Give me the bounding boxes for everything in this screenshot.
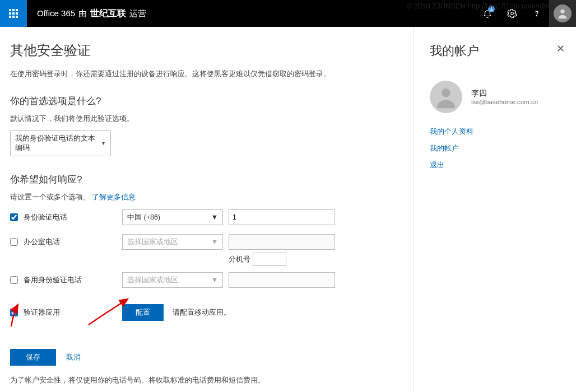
- extension-input[interactable]: [253, 253, 286, 266]
- backup-phone-input[interactable]: [229, 272, 335, 288]
- my-account-link[interactable]: 我的帐户: [430, 143, 564, 153]
- auth-phone-checkbox[interactable]: [10, 213, 18, 221]
- user-email: lisi@basehome.com.cn: [471, 99, 538, 105]
- authenticator-checkbox[interactable]: [10, 309, 18, 316]
- page-description: 在使用密码登录时，你还需要通过注册的设备进行响应。这将使黑客更难以仅凭借窃取的密…: [10, 69, 402, 79]
- auth-phone-input[interactable]: [229, 209, 335, 225]
- chevron-down-icon: ▼: [211, 238, 218, 246]
- office-phone-label: 办公室电话: [24, 237, 60, 247]
- backup-phone-checkbox[interactable]: [10, 276, 18, 284]
- backup-phone-label: 备用身份验证电话: [24, 275, 82, 285]
- avatar-icon: [554, 4, 572, 22]
- account-panel-title: 我的帐户: [430, 43, 564, 59]
- user-name: 李四: [471, 88, 538, 99]
- learn-more-link[interactable]: 了解更多信息: [92, 193, 136, 201]
- office-phone-input[interactable]: [229, 234, 335, 250]
- save-button[interactable]: 保存: [10, 349, 56, 366]
- account-panel: 我的帐户 ✕ 李四 lisi@basehome.com.cn 我的个人资料 我的…: [414, 27, 576, 392]
- chevron-down-icon: ▼: [211, 276, 218, 284]
- authenticator-label: 验证器应用: [24, 307, 60, 318]
- watermark-text: © 2018 ZJUNSEN http://blog.51cto.com/rds…: [407, 2, 554, 10]
- configure-hint: 请配置移动应用。: [173, 307, 231, 318]
- preferred-option-value: 我的身份验证电话的文本编码: [15, 134, 101, 153]
- sign-out-link[interactable]: 退出: [430, 160, 564, 170]
- respond-note: 请设置一个或多个选项。 了解更多信息: [10, 193, 402, 202]
- preferred-option-note: 默认情况下，我们将使用此验证选项。: [10, 114, 402, 124]
- chevron-down-icon: ▼: [101, 141, 106, 146]
- auth-phone-country-select[interactable]: 中国 (+86)▼: [122, 209, 223, 225]
- page-title: 其他安全验证: [10, 41, 402, 59]
- brand-title: Office 365 由 世纪互联 运营: [37, 8, 146, 20]
- configure-button[interactable]: 配置: [122, 304, 164, 321]
- main-content: 其他安全验证 在使用密码登录时，你还需要通过注册的设备进行响应。这将使黑客更难以…: [0, 27, 414, 392]
- footer-note: 为了帐户安全性，将仅使用你的电话号码。将收取标准的电话费用和短信费用。: [10, 376, 402, 385]
- preferred-option-heading: 你的首选选项是什么?: [10, 95, 402, 108]
- svg-point-0: [511, 12, 514, 15]
- waffle-icon: [9, 9, 18, 18]
- respond-heading: 你希望如何响应?: [10, 173, 402, 186]
- extension-label: 分机号: [229, 255, 250, 264]
- office-phone-checkbox[interactable]: [10, 238, 18, 246]
- user-avatar: [430, 81, 462, 113]
- backup-phone-country-select[interactable]: 选择国家或地区▼: [122, 272, 223, 288]
- svg-point-3: [442, 88, 450, 97]
- office-phone-country-select[interactable]: 选择国家或地区▼: [122, 234, 223, 250]
- my-profile-link[interactable]: 我的个人资料: [430, 127, 564, 137]
- cancel-link[interactable]: 取消: [66, 352, 81, 362]
- preferred-option-select[interactable]: 我的身份验证电话的文本编码 ▼: [10, 130, 111, 156]
- svg-point-2: [560, 10, 564, 13]
- chevron-down-icon: ▼: [211, 213, 218, 221]
- close-panel-button[interactable]: ✕: [556, 43, 565, 55]
- auth-phone-label: 身份验证电话: [24, 212, 67, 222]
- app-launcher-button[interactable]: [0, 0, 27, 27]
- svg-point-1: [536, 15, 537, 16]
